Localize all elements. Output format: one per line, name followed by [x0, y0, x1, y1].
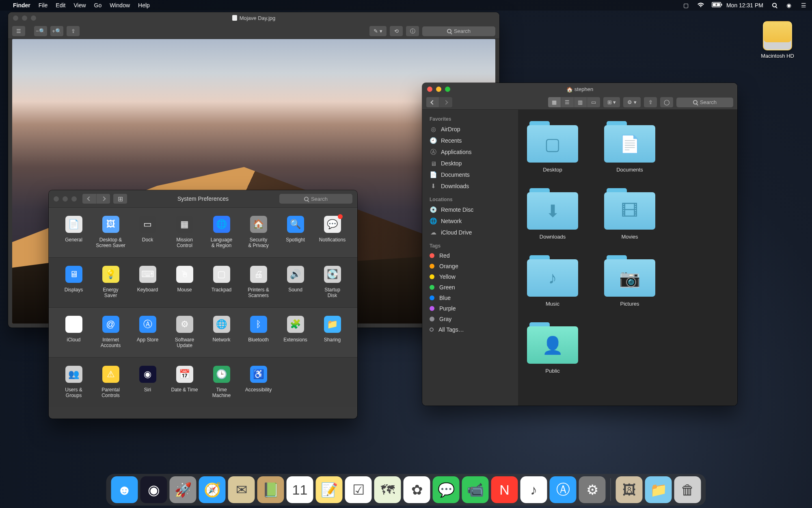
- prefpane-date-time[interactable]: 📅Date & Time: [166, 366, 203, 398]
- preview-titlebar[interactable]: Mojave Day.jpg: [8, 12, 499, 24]
- app-menu[interactable]: Finder: [13, 2, 30, 9]
- sidebar-item-remote-disc[interactable]: 💿Remote Disc: [422, 204, 518, 215]
- prefpane-general[interactable]: 📄General: [55, 216, 92, 248]
- dock-app-launchpad[interactable]: 🚀: [170, 476, 197, 503]
- prefpane-icloud[interactable]: ☁iCloud: [55, 316, 92, 348]
- dock-app-contacts[interactable]: 📗: [257, 476, 284, 503]
- folder-public[interactable]: 👤Public: [526, 322, 579, 374]
- dock-app-itunes[interactable]: ♪: [520, 476, 547, 503]
- share-button[interactable]: ⇧: [67, 26, 80, 36]
- finder-titlebar[interactable]: 🏠stephen: [422, 83, 737, 95]
- dock-item-trash[interactable]: 🗑: [674, 476, 701, 503]
- prefpane-internet-accounts[interactable]: @Internet Accounts: [92, 316, 129, 348]
- battery-icon[interactable]: [712, 2, 719, 9]
- dock-app-finder[interactable]: ☻: [111, 476, 138, 503]
- sidebar-item-recents[interactable]: 🕘Recents: [422, 135, 518, 146]
- tags-button[interactable]: ◯: [660, 97, 673, 107]
- dock-app-notes[interactable]: 📝: [316, 476, 343, 503]
- prefpane-mouse[interactable]: 🖱Mouse: [166, 266, 203, 298]
- siri-menubar-icon[interactable]: ◉: [785, 2, 793, 9]
- list-view-button[interactable]: ☰: [561, 97, 574, 107]
- sysprefs-titlebar[interactable]: ⊞ System Preferences Search: [49, 190, 357, 207]
- prefpane-accessibility[interactable]: ♿Accessibility: [240, 366, 277, 398]
- action-button[interactable]: ⚙ ▾: [623, 97, 641, 107]
- rotate-button[interactable]: ⟲: [390, 26, 403, 36]
- forward-button[interactable]: [439, 97, 452, 107]
- sidebar-item-applications[interactable]: ⒶApplications: [422, 146, 518, 158]
- prefpane-bluetooth[interactable]: ᛒBluetooth: [240, 316, 277, 348]
- prefpane-sound[interactable]: 🔊Sound: [277, 266, 314, 298]
- sidebar-item-airdrop[interactable]: ◎AirDrop: [422, 124, 518, 135]
- prefpane-users-groups[interactable]: 👥Users & Groups: [55, 366, 92, 398]
- prefpane-mission-control[interactable]: ▦Mission Control: [166, 216, 203, 248]
- menu-go[interactable]: Go: [94, 2, 102, 9]
- sysprefs-search-field[interactable]: Search: [279, 194, 352, 204]
- dock-app-app-store[interactable]: Ⓐ: [550, 476, 577, 503]
- sidebar-tag-red[interactable]: Red: [422, 250, 518, 261]
- dock-item-downloads[interactable]: 📁: [645, 476, 672, 503]
- icon-view-button[interactable]: ▦: [548, 97, 561, 107]
- prefpane-spotlight[interactable]: 🔍Spotlight: [277, 216, 314, 248]
- sidebar-item-desktop[interactable]: 🖥Desktop: [422, 158, 518, 169]
- prefpane-software-update[interactable]: ⚙Software Update: [166, 316, 203, 348]
- sidebar-toggle-button[interactable]: ☰: [12, 26, 25, 36]
- dock-app-messages[interactable]: 💬: [433, 476, 460, 503]
- column-view-button[interactable]: ▥: [574, 97, 587, 107]
- gallery-view-button[interactable]: ▭: [587, 97, 600, 107]
- info-button[interactable]: ⓘ: [406, 26, 419, 36]
- menu-view[interactable]: View: [73, 2, 86, 9]
- sidebar-item-documents[interactable]: 📄Documents: [422, 169, 518, 180]
- prefpane-notifications[interactable]: 💬Notifications: [314, 216, 351, 248]
- prefpane-displays[interactable]: 🖥Displays: [55, 266, 92, 298]
- dock-app-reminders[interactable]: ☑: [345, 476, 372, 503]
- zoom-in-button[interactable]: +🔍: [50, 26, 63, 36]
- folder-downloads[interactable]: ⬇Downloads: [526, 188, 579, 240]
- prefpane-parental-controls[interactable]: ⚠Parental Controls: [92, 366, 129, 398]
- sidebar-tag-gray[interactable]: Gray: [422, 314, 518, 324]
- folder-desktop[interactable]: ▢Desktop: [526, 121, 579, 173]
- dock-item-desktop-mini[interactable]: 🖼: [616, 476, 643, 503]
- sidebar-tag-purple[interactable]: Purple: [422, 303, 518, 314]
- prefpane-sharing[interactable]: 📁Sharing: [314, 316, 351, 348]
- sidebar-tag-yellow[interactable]: Yellow: [422, 271, 518, 282]
- zoom-out-button[interactable]: −🔍: [34, 26, 47, 36]
- share-button[interactable]: ⇧: [644, 97, 657, 107]
- sidebar-item-icloud-drive[interactable]: ☁iCloud Drive: [422, 227, 518, 238]
- dock-app-news[interactable]: N: [491, 476, 518, 503]
- sidebar-tag-blue[interactable]: Blue: [422, 293, 518, 303]
- prefpane-printers-scanners[interactable]: 🖨Printers & Scanners: [240, 266, 277, 298]
- finder-file-grid[interactable]: ▢Desktop📄Documents⬇Downloads🎞Movies♪Musi…: [518, 110, 737, 406]
- prefpane-time-machine[interactable]: 🕒Time Machine: [203, 366, 240, 398]
- prefpane-keyboard[interactable]: ⌨Keyboard: [129, 266, 166, 298]
- dock-app-calendar[interactable]: 11: [287, 476, 313, 503]
- prefpane-app-store[interactable]: ⒶApp Store: [129, 316, 166, 348]
- preview-search-field[interactable]: Search: [422, 26, 495, 36]
- menu-edit[interactable]: Edit: [56, 2, 65, 9]
- markup-button[interactable]: ✎ ▾: [369, 26, 387, 36]
- dock-app-system-preferences[interactable]: ⚙: [579, 476, 606, 503]
- dock-app-safari[interactable]: 🧭: [199, 476, 226, 503]
- sidebar-item-downloads[interactable]: ⬇Downloads: [422, 180, 518, 192]
- prefpane-trackpad[interactable]: ▢Trackpad: [203, 266, 240, 298]
- desktop-disk-macintosh-hd[interactable]: Macintosh HD: [755, 21, 800, 59]
- prefpane-siri[interactable]: ◉Siri: [129, 366, 166, 398]
- prefpane-security-privacy[interactable]: 🏠Security & Privacy: [240, 216, 277, 248]
- prefpane-desktop-screen-saver[interactable]: 🖼Desktop & Screen Saver: [92, 216, 129, 248]
- sidebar-item-network[interactable]: 🌐Network: [422, 215, 518, 227]
- spotlight-icon[interactable]: [771, 2, 778, 9]
- menubar-clock[interactable]: Mon 12:31 PM: [726, 2, 763, 9]
- menu-help[interactable]: Help: [138, 2, 150, 9]
- dock-app-mail[interactable]: ✉: [228, 476, 255, 503]
- sidebar-tag-all-tags-[interactable]: All Tags…: [422, 324, 518, 335]
- prefpane-language-region[interactable]: 🌐Language & Region: [203, 216, 240, 248]
- dock-app-siri[interactable]: ◉: [140, 476, 167, 503]
- dock-app-maps[interactable]: 🗺: [374, 476, 401, 503]
- notification-center-icon[interactable]: ☰: [800, 2, 807, 9]
- folder-documents[interactable]: 📄Documents: [603, 121, 656, 173]
- prefpane-startup-disk[interactable]: 💽Startup Disk: [314, 266, 351, 298]
- prefpane-network[interactable]: 🌐Network: [203, 316, 240, 348]
- menu-window[interactable]: Window: [110, 2, 130, 9]
- dock-app-facetime[interactable]: 📹: [462, 476, 489, 503]
- folder-music[interactable]: ♪Music: [526, 255, 579, 307]
- dock-app-photos[interactable]: ✿: [404, 476, 430, 503]
